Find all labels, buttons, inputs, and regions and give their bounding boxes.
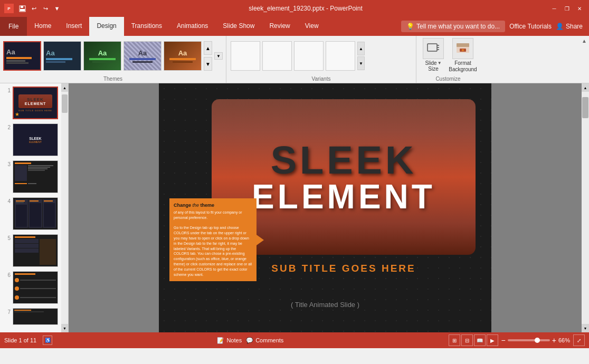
slide-title-element: ELEMENT [252, 180, 435, 214]
zoom-thumb[interactable] [535, 338, 540, 343]
theme-item-2[interactable]: Aa [43, 41, 81, 71]
statusbar: Slide 1 of 11 ♿ 📝 Notes 💬 Comments ⊞ ⊟ 📖… [0, 332, 589, 348]
slide-thumbnail-2[interactable]: 2 SLEEK ELEMENT [2, 122, 59, 157]
tooltip-body: of any of this layout to fit your compan… [174, 210, 252, 277]
share-button[interactable]: 👤 Share [556, 23, 583, 30]
slide-scroll-down[interactable]: ▼ [61, 324, 68, 332]
variant-item-2[interactable] [262, 41, 292, 71]
svg-rect-3 [21, 6, 23, 8]
slide-thumbnail-3[interactable]: 3 [2, 159, 59, 194]
comments-button[interactable]: 💬 Comments [246, 337, 283, 344]
zoom-plus-btn[interactable]: + [552, 336, 556, 344]
slide-thumb-5[interactable] [13, 234, 58, 267]
theme-item-3[interactable]: Aa [83, 41, 121, 71]
tab-design[interactable]: Design [89, 17, 124, 36]
zoom-slider[interactable] [508, 339, 550, 341]
variant-item-1[interactable] [231, 41, 260, 71]
slide-sorter-btn[interactable]: ⊟ [461, 334, 473, 346]
save-button[interactable] [17, 3, 27, 14]
theme-item-4[interactable]: Aa [124, 41, 162, 71]
help-text: Tell me what you want to do... [416, 23, 500, 30]
restore-button[interactable]: ❐ [562, 3, 572, 14]
statusbar-center: 📝 Notes 💬 Comments [217, 337, 283, 344]
tab-slideshow[interactable]: Slide Show [215, 17, 262, 36]
minimize-button[interactable]: ─ [549, 3, 559, 14]
theme-item-1[interactable]: Aa [3, 41, 41, 71]
help-search[interactable]: 💡 Tell me what you want to do... [401, 21, 505, 32]
slide-thumb-6[interactable] [13, 271, 58, 304]
variants-scroll-up[interactable]: ▲ [357, 42, 365, 55]
tooltip-balloon: Change the theme of any of this layout t… [169, 198, 256, 281]
slide-thumb-7[interactable] [13, 308, 58, 325]
slide-thumb-1[interactable]: SLEEK ELEMENT SUB TITLE GOES HERE ★ [13, 87, 58, 119]
redo-button[interactable]: ↪ [40, 3, 51, 14]
slideshow-view-btn[interactable]: ▶ [487, 334, 498, 346]
slide-thumbnail-6[interactable]: 6 [2, 270, 59, 305]
main-scroll-track[interactable] [582, 92, 589, 324]
slide-scroll-up[interactable]: ▲ [61, 83, 68, 92]
menubar: File Home Insert Design Transitions Anim… [0, 17, 589, 36]
tab-review[interactable]: Review [262, 17, 297, 36]
accessibility-button[interactable]: ♿ [43, 336, 52, 345]
main-area: 1 SLEEK ELEMENT SUB TITLE GOES HERE ★ 2 [0, 83, 589, 332]
share-label: Share [566, 23, 583, 30]
office-tutorials-link[interactable]: Office Tutorials [509, 23, 552, 30]
slide-size-button[interactable]: Slide ▼ Size [421, 38, 446, 72]
variant-item-3[interactable] [294, 41, 324, 71]
svg-point-12 [462, 49, 464, 51]
slide-thumb-2[interactable]: SLEEK ELEMENT [13, 123, 58, 156]
customize-label: Customize [421, 74, 476, 83]
format-background-button[interactable]: FormatBackground [450, 38, 476, 73]
tab-transitions[interactable]: Transitions [124, 17, 169, 36]
slide-num-7: 7 [3, 308, 11, 315]
ribbon-collapse-btn[interactable]: ▲ [580, 36, 589, 45]
slide-scroll-track[interactable] [61, 92, 68, 324]
slide-thumbnail-5[interactable]: 5 [2, 233, 59, 268]
statusbar-left: Slide 1 of 11 ♿ [4, 336, 52, 345]
slide-subtitle: SUB TITLE GOES HERE [271, 263, 415, 274]
main-scroll-down[interactable]: ▼ [582, 324, 589, 332]
file-menu[interactable]: File [0, 17, 27, 36]
normal-view-btn[interactable]: ⊞ [449, 334, 460, 346]
theme-scroll-down[interactable]: ▼ [204, 57, 212, 71]
notes-button[interactable]: 📝 Notes [217, 337, 242, 344]
undo-button[interactable]: ↩ [28, 3, 39, 14]
theme-expand-btn[interactable]: ▼ [214, 52, 223, 60]
variants-label: Variants [231, 74, 412, 83]
theme-expand: ▼ [214, 41, 223, 71]
slide-panel: 1 SLEEK ELEMENT SUB TITLE GOES HERE ★ 2 [0, 83, 69, 332]
slide-thumb-4[interactable] [13, 197, 58, 230]
tab-animations[interactable]: Animations [169, 17, 215, 36]
tooltip-heading-change: Change [174, 203, 191, 208]
slide-thumbnail-7[interactable]: 7 [2, 307, 59, 326]
slide-num-3: 3 [3, 160, 11, 167]
tab-insert[interactable]: Insert [59, 17, 89, 36]
slide-num-1: 1 [3, 87, 11, 93]
quick-access-dropdown[interactable]: ▼ [52, 3, 62, 14]
main-scroll-thumb[interactable] [582, 97, 588, 118]
fit-to-window-btn[interactable]: ⤢ [573, 334, 585, 346]
tab-view[interactable]: View [298, 17, 326, 36]
theme-item-5[interactable]: Aa [164, 41, 202, 71]
slide-canvas[interactable]: SLEEK ELEMENT SUB TITLE GOES HERE Change… [159, 83, 491, 332]
slide-thumbnail-1[interactable]: 1 SLEEK ELEMENT SUB TITLE GOES HERE ★ [2, 85, 59, 120]
close-button[interactable]: ✕ [574, 3, 585, 14]
slide-info: Slide 1 of 11 [4, 337, 36, 343]
zoom-minus-btn[interactable]: − [501, 336, 506, 344]
menu-right: 💡 Tell me what you want to do... Office … [395, 17, 589, 36]
app-icon: P [4, 4, 14, 13]
svg-rect-4 [20, 9, 25, 11]
slide-scroll-thumb[interactable] [62, 94, 68, 113]
tab-home[interactable]: Home [27, 17, 59, 36]
slide-thumbnail-4[interactable]: 4 [2, 196, 59, 231]
ribbon: Aa Aa Aa Aa [0, 36, 589, 83]
theme-scroll-up[interactable]: ▲ [204, 41, 212, 55]
variants-scroll-down[interactable]: ▼ [357, 56, 365, 70]
notes-label: Notes [226, 337, 242, 343]
variant-item-4[interactable] [326, 41, 355, 71]
lightbulb-icon: 💡 [406, 23, 414, 30]
slide-thumb-3[interactable] [13, 160, 58, 193]
slide-title-sleek: SLEEK [271, 141, 417, 180]
variants-nav: ▲ ▼ [357, 42, 365, 70]
reading-view-btn[interactable]: 📖 [474, 334, 486, 346]
